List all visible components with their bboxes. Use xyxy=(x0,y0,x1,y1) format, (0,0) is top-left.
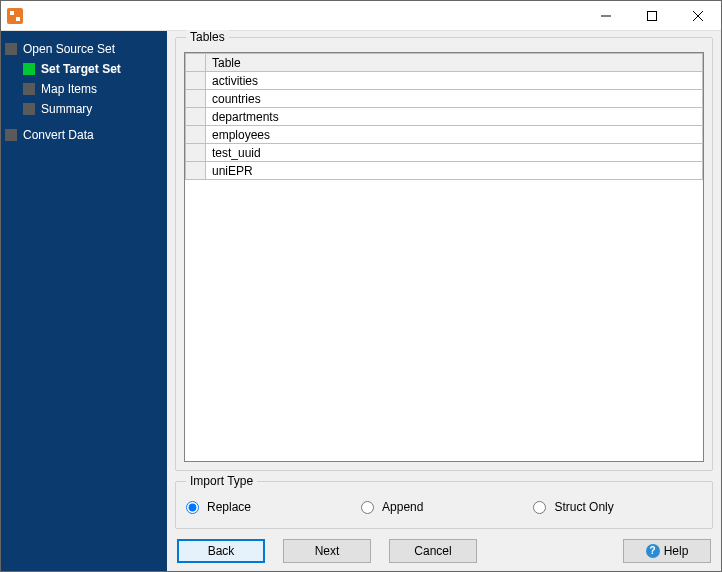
minimize-button[interactable] xyxy=(583,1,629,30)
table-row[interactable]: test_uuid xyxy=(186,144,703,162)
step-label: Open Source Set xyxy=(23,42,115,56)
back-button-label: Back xyxy=(208,544,235,558)
import-type-option[interactable]: Append xyxy=(361,500,423,514)
row-header xyxy=(186,90,206,108)
wizard-step[interactable]: Open Source Set xyxy=(5,39,163,59)
table-cell: uniEPR xyxy=(206,162,703,180)
step-marker-icon xyxy=(23,63,35,75)
table-cell: countries xyxy=(206,90,703,108)
tables-group: Tables Table activitiescountriesdepartme… xyxy=(175,37,713,471)
next-button-label: Next xyxy=(315,544,340,558)
import-type-group: Import Type ReplaceAppendStruct Only xyxy=(175,481,713,529)
radio-input[interactable] xyxy=(533,501,546,514)
tables-empty-area xyxy=(184,180,704,462)
app-icon xyxy=(7,8,23,24)
table-row[interactable]: employees xyxy=(186,126,703,144)
step-marker-icon xyxy=(23,103,35,115)
row-header xyxy=(186,162,206,180)
radio-label: Struct Only xyxy=(554,500,613,514)
wizard-step[interactable]: Set Target Set xyxy=(5,59,163,79)
back-button[interactable]: Back xyxy=(177,539,265,563)
table-corner xyxy=(186,54,206,72)
wizard-step[interactable]: Summary xyxy=(5,99,163,119)
step-label: Convert Data xyxy=(23,128,94,142)
step-label: Map Items xyxy=(41,82,97,96)
radio-input[interactable] xyxy=(186,501,199,514)
table-cell: employees xyxy=(206,126,703,144)
help-button[interactable]: ? Help xyxy=(623,539,711,563)
radio-label: Append xyxy=(382,500,423,514)
row-header xyxy=(186,144,206,162)
cancel-button[interactable]: Cancel xyxy=(389,539,477,563)
wizard-steps-sidebar: Open Source SetSet Target SetMap ItemsSu… xyxy=(1,31,167,571)
cancel-button-label: Cancel xyxy=(414,544,451,558)
wizard-window: Open Source SetSet Target SetMap ItemsSu… xyxy=(0,0,722,572)
row-header xyxy=(186,72,206,90)
import-type-option[interactable]: Struct Only xyxy=(533,500,613,514)
row-header xyxy=(186,126,206,144)
help-icon: ? xyxy=(646,544,660,558)
table-header[interactable]: Table xyxy=(206,54,703,72)
tables-list[interactable]: Table activitiescountriesdepartmentsempl… xyxy=(184,52,704,181)
button-row: Back Next Cancel ? Help xyxy=(175,539,713,563)
step-label: Set Target Set xyxy=(41,62,121,76)
row-header xyxy=(186,108,206,126)
step-marker-icon xyxy=(23,83,35,95)
table-cell: test_uuid xyxy=(206,144,703,162)
import-type-title: Import Type xyxy=(186,474,257,488)
step-marker-icon xyxy=(5,43,17,55)
table-row[interactable]: departments xyxy=(186,108,703,126)
table-row[interactable]: uniEPR xyxy=(186,162,703,180)
step-label: Summary xyxy=(41,102,92,116)
help-button-label: Help xyxy=(664,544,689,558)
titlebar xyxy=(1,1,721,31)
svg-rect-1 xyxy=(648,11,657,20)
table-row[interactable]: countries xyxy=(186,90,703,108)
radio-input[interactable] xyxy=(361,501,374,514)
tables-group-title: Tables xyxy=(186,30,229,44)
wizard-step[interactable]: Convert Data xyxy=(5,125,163,145)
maximize-button[interactable] xyxy=(629,1,675,30)
table-cell: departments xyxy=(206,108,703,126)
radio-label: Replace xyxy=(207,500,251,514)
next-button[interactable]: Next xyxy=(283,539,371,563)
table-row[interactable]: activities xyxy=(186,72,703,90)
step-marker-icon xyxy=(5,129,17,141)
close-button[interactable] xyxy=(675,1,721,30)
main-panel: Tables Table activitiescountriesdepartme… xyxy=(167,31,721,571)
wizard-step[interactable]: Map Items xyxy=(5,79,163,99)
import-type-option[interactable]: Replace xyxy=(186,500,251,514)
table-cell: activities xyxy=(206,72,703,90)
